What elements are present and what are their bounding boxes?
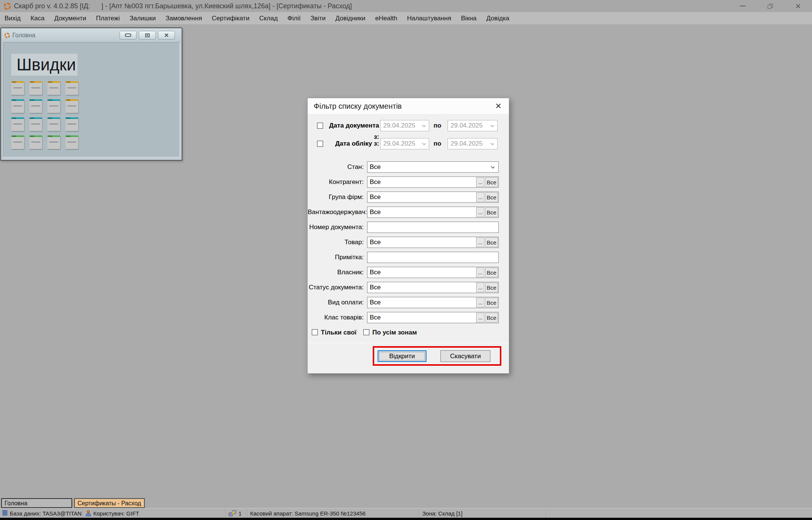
quick-tile[interactable] <box>47 135 60 149</box>
menu-item-sklad[interactable]: Склад <box>255 12 281 24</box>
firm-group-input[interactable]: Все <box>368 192 475 202</box>
note-input[interactable] <box>367 252 499 263</box>
only-own-checkbox[interactable] <box>312 329 318 335</box>
menu-item-nalashtuvannia[interactable]: Налаштування <box>403 12 455 24</box>
goods-all-button[interactable]: Все <box>485 237 498 247</box>
database-icon <box>2 510 8 516</box>
quick-tile[interactable] <box>29 99 42 113</box>
document-status-all-button[interactable]: Все <box>485 283 498 292</box>
date-accounting-checkbox[interactable] <box>317 141 323 147</box>
restore-button[interactable] <box>766 2 774 10</box>
home-close-button[interactable]: ✕ <box>158 31 175 40</box>
counterparty-label: Контрагент: <box>308 176 364 188</box>
consignee-input[interactable]: Все <box>368 207 475 217</box>
dialog-footer-divider <box>308 343 508 343</box>
quick-tile[interactable] <box>65 99 78 113</box>
firm-group-all-button[interactable]: Все <box>485 192 498 202</box>
firm-group-browse-button[interactable]: ... <box>476 192 484 202</box>
open-button[interactable]: Відкрити <box>378 350 426 362</box>
quick-start-title: Швидки <box>11 54 77 76</box>
consignee-all-button[interactable]: Все <box>485 207 498 217</box>
quick-tile[interactable] <box>11 135 24 149</box>
menu-item-zvity[interactable]: Звіти <box>307 12 329 24</box>
date-accounting-to-combo[interactable]: 29.04.2025 <box>448 138 498 149</box>
dialog-close-button[interactable]: ✕ <box>493 101 504 111</box>
date-accounting-from-combo[interactable]: 29.04.2025 <box>380 138 429 149</box>
owner-input[interactable]: Все <box>368 268 475 277</box>
only-own-label: Тільки свої <box>321 328 357 337</box>
owner-all-button[interactable]: Все <box>485 268 498 277</box>
status-zone: Зона: Склад [1] <box>420 508 546 518</box>
counterparty-input[interactable]: Все <box>368 177 475 187</box>
restore-icon <box>768 4 773 9</box>
cancel-button[interactable]: Скасувати <box>440 350 490 362</box>
goods-browse-button[interactable]: ... <box>476 237 484 247</box>
close-icon: ✕ <box>164 32 169 38</box>
quick-tile-grid <box>11 81 78 149</box>
menu-item-zalyshky[interactable]: Залишки <box>126 12 160 24</box>
tab-sertyfikaty-raskhod[interactable]: Сертификаты - Расход <box>74 498 145 508</box>
quick-tile[interactable] <box>29 117 42 131</box>
app-title: Скарб pro v. 4.0.2.85 [ІД: ] - [Апт №003… <box>14 2 352 10</box>
quick-tile[interactable] <box>11 117 24 131</box>
close-button[interactable]: ✕ <box>794 2 802 10</box>
document-status-browse-button[interactable]: ... <box>476 283 484 292</box>
quick-tile[interactable] <box>29 135 42 149</box>
minimize-button[interactable] <box>738 2 747 10</box>
payment-type-all-button[interactable]: Все <box>485 298 498 307</box>
chevron-down-icon <box>490 141 494 145</box>
quick-tile[interactable] <box>65 81 78 95</box>
quick-tile[interactable] <box>47 99 60 113</box>
home-minimize-button[interactable] <box>120 31 137 40</box>
document-number-input[interactable] <box>367 222 499 233</box>
counterparty-browse-button[interactable]: ... <box>476 177 484 187</box>
goods-class-input[interactable]: Все <box>368 313 475 322</box>
menu-item-vykhid[interactable]: Вихід <box>1 12 24 24</box>
all-zones-label: По усім зонам <box>372 328 417 337</box>
state-combo[interactable]: Все <box>367 161 499 173</box>
date-document-to-label: по <box>432 120 443 131</box>
menu-item-filii[interactable]: Філії <box>284 12 304 24</box>
quick-tile[interactable] <box>65 135 78 149</box>
menu-item-vikna[interactable]: Вікна <box>457 12 480 24</box>
menu-item-sertyfikaty[interactable]: Сертифікати <box>208 12 253 24</box>
quick-tile[interactable] <box>11 81 24 95</box>
date-document-to-combo[interactable]: 29.04.2025 <box>448 120 498 131</box>
menu-item-platezhi[interactable]: Платежі <box>92 12 123 24</box>
user-icon <box>86 510 91 516</box>
goods-label: Товар: <box>308 237 364 248</box>
quick-tile[interactable] <box>29 81 42 95</box>
date-accounting-label: Дата обліку з: <box>325 138 379 149</box>
note-label: Примітка: <box>308 252 364 263</box>
document-status-input[interactable]: Все <box>368 283 475 292</box>
chevron-down-icon <box>490 123 494 127</box>
goods-class-browse-button[interactable]: ... <box>476 313 484 322</box>
status-user: Користувач: GIFT <box>83 508 226 518</box>
quick-tile[interactable] <box>65 117 78 131</box>
document-number-label: Номер документа: <box>308 222 364 233</box>
quick-tile[interactable] <box>47 117 60 131</box>
date-document-from-combo[interactable]: 29.04.2025 <box>380 120 429 131</box>
quick-tile[interactable] <box>47 81 60 95</box>
counterparty-all-button[interactable]: Все <box>485 177 498 187</box>
menu-item-ehealth[interactable]: eHealth <box>372 12 401 24</box>
payment-type-input[interactable]: Все <box>368 298 475 307</box>
chevron-down-icon <box>491 165 495 169</box>
tab-holovna[interactable]: Головна <box>1 498 72 508</box>
goods-input[interactable]: Все <box>368 237 475 247</box>
home-restore-button[interactable] <box>139 31 156 40</box>
menu-item-zamovlennia[interactable]: Замовлення <box>162 12 206 24</box>
filter-dialog: Фільтр списку документів ✕ Дата документ… <box>307 98 509 374</box>
date-document-checkbox[interactable] <box>317 123 323 129</box>
consignee-browse-button[interactable]: ... <box>476 207 484 217</box>
payment-type-browse-button[interactable]: ... <box>476 298 484 307</box>
menu-item-kasa[interactable]: Каса <box>27 12 48 24</box>
menu-item-dovidnyky[interactable]: Довідники <box>332 12 369 24</box>
quick-tile[interactable] <box>11 99 24 113</box>
menu-item-dovidka[interactable]: Довідка <box>483 12 513 24</box>
app-logo-icon <box>4 3 11 10</box>
all-zones-checkbox[interactable] <box>363 329 369 335</box>
owner-browse-button[interactable]: ... <box>476 268 484 277</box>
menu-item-dokumenty[interactable]: Документи <box>50 12 90 24</box>
goods-class-all-button[interactable]: Все <box>485 313 498 322</box>
